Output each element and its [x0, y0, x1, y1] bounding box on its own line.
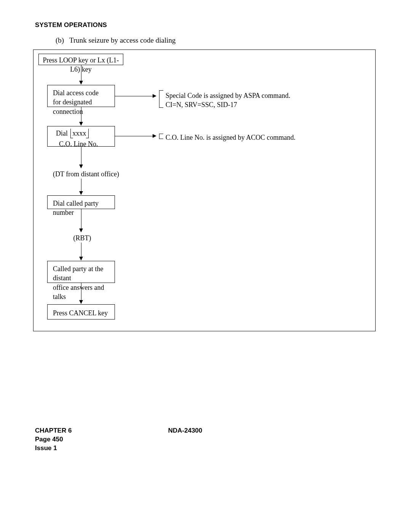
flow-step-press-loop: Press LOOP key or Lx (L1-L6) key: [38, 54, 123, 65]
flow-arrow-right: [115, 136, 156, 136]
note-text: C.O. Line No. is assigned by ACOC comman…: [166, 133, 295, 142]
step-text: Press CANCEL key: [53, 308, 115, 318]
flow-arrow-down: [81, 209, 81, 232]
page-footer: CHAPTER 6 Page 450 Issue 1 NDA-24300: [35, 427, 202, 453]
note-text: Special Code is assigned by ASPA command…: [166, 91, 290, 100]
step-text: Dial: [56, 129, 68, 138]
flow-arrow-down: [81, 283, 81, 304]
subsection-letter: (b): [56, 36, 64, 44]
flow-step-press-cancel: Press CANCEL key: [47, 304, 115, 320]
document-page: SYSTEM OPERATIONS (b) Trunk seizure by a…: [0, 0, 411, 532]
step-text: Called party at the distant: [53, 264, 112, 283]
section-header: SYSTEM OPERATIONS: [35, 21, 107, 29]
flow-note-acoc: C.O. Line No. is assigned by ACOC comman…: [166, 133, 295, 142]
flow-step-dial-access: Dial access code for designated connecti…: [47, 85, 115, 107]
flow-arrow-right: [115, 96, 156, 96]
subsection-text: Trunk seizure by access code dialing: [69, 36, 175, 44]
step-text: Dial access code: [53, 88, 112, 97]
flow-step-dial-called-party: Dial called party number: [47, 195, 115, 209]
flow-arrow-down: [81, 243, 81, 260]
flow-step-called-party-answers: Called party at the distant office answe…: [47, 261, 115, 283]
flow-arrow-down: [81, 107, 81, 125]
footer-docid: NDA-24300: [168, 427, 202, 435]
note-bracket: [159, 134, 163, 139]
footer-issue: Issue 1: [35, 444, 166, 453]
footer-chapter: CHAPTER 6: [35, 427, 166, 435]
flow-inline-rbt: (RBT): [52, 233, 113, 243]
step-text: for designated connection: [53, 97, 112, 116]
subsection-title: (b) Trunk seizure by access code dialing: [56, 36, 176, 45]
footer-page: Page 450: [35, 435, 166, 444]
flow-note-aspa: Special Code is assigned by ASPA command…: [166, 91, 290, 110]
note-text: CI=N, SRV=SSC, SID-17: [166, 100, 290, 109]
step-text: office answers and talks: [53, 283, 112, 302]
flow-arrow-down: [81, 65, 81, 84]
flow-arrow-down: [81, 179, 81, 195]
note-bracket: [159, 90, 163, 108]
flow-inline-dt: (DT from distant office): [52, 169, 120, 179]
flowchart-frame: Press LOOP key or Lx (L1-L6) key Dial ac…: [33, 50, 376, 331]
placeholder-value: xxxx: [71, 129, 88, 138]
flow-step-dial-co-line: Dial xxxx C.O. Line No.: [47, 126, 115, 147]
flow-arrow-down: [81, 147, 81, 168]
step-subtext: C.O. Line No.: [59, 139, 112, 149]
step-text: Dial called party number: [53, 199, 115, 217]
